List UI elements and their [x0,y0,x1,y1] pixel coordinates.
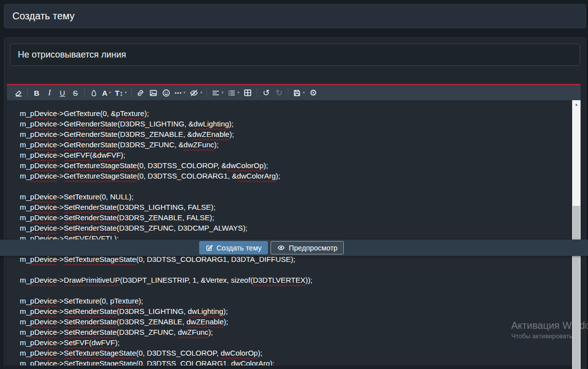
text-color-icon: A [102,89,107,97]
code-line: m_pDevice->SetTexture(0, pTexture); [20,296,567,306]
chevron-down-icon: ▾ [221,91,223,95]
droplet-icon [90,89,98,97]
align-button[interactable]: ▾ [210,85,225,100]
list-icon [227,89,236,97]
code-line: m_pDevice->SetRenderState(D3DRS_ZENABLE,… [20,212,567,223]
more-options-button[interactable]: ••• ▾ [173,85,188,100]
eraser-icon [14,89,23,97]
editor-bottom-edge [4,366,572,369]
page-title: Создать тему [4,4,586,28]
chevron-down-icon: ▾ [125,91,127,95]
chevron-down-icon: ▾ [303,91,305,95]
redo-icon: ↻ [275,89,282,97]
eye-icon [277,244,285,251]
edit-pencil-icon [206,244,213,251]
align-left-icon [212,89,220,97]
remove-format-button[interactable] [12,85,25,100]
code-line: m_pDevice->GetRenderState(D3DRS_LIGHTING… [20,119,567,129]
eye-slash-icon [189,89,199,97]
code-line: m_pDevice->GetTextureStageState(0, D3DTS… [20,171,567,181]
editor-scrollbar[interactable]: ▲ [572,100,581,369]
toolbar-separator [84,88,85,97]
gear-icon: ⚙ [310,89,317,97]
code-line [20,181,567,191]
ellipsis-icon: ••• [175,90,182,96]
strikethrough-icon: S [73,89,78,97]
toolbar-separator [257,88,257,97]
save-draft-button[interactable]: ▾ [291,85,307,100]
underline-button[interactable]: U [56,85,69,100]
action-bar-buttons: Создать тему Предпросмотр [199,240,344,256]
code-line: m_pDevice->SetTexture(0, NULL); [20,191,567,202]
preview-button[interactable]: Предпросмотр [270,241,344,254]
toolbar-separator [27,88,28,97]
code-line: m_pDevice->GetRenderState(D3DRS_ZFUNC, &… [20,139,567,150]
floppy-disk-icon [293,89,301,97]
code-content[interactable]: m_pDevice->GetTexture(0, &pTexture);m_pD… [7,100,572,369]
code-line: m_pDevice->SetFVF(dwFVF); [20,337,567,348]
preview-label: Предпросмотр [289,244,337,252]
code-line: m_pDevice->GetFVF(&dwFVF); [20,150,567,160]
scrollbar-up-button[interactable]: ▲ [572,100,581,109]
create-topic-button[interactable]: Создать тему [199,241,268,254]
insert-image-button[interactable] [147,85,160,100]
insert-table-button[interactable] [241,85,254,100]
image-icon [149,89,158,97]
message-editor[interactable]: m_pDevice->GetTexture(0, &pTexture);m_pD… [7,100,581,369]
code-line: m_pDevice->SetRenderState(D3DRS_LIGHTING… [20,202,567,212]
code-line: m_pDevice->SetRenderState(D3DRS_LIGHTING… [20,306,567,316]
scrollbar-thumb[interactable] [573,206,580,369]
triangle-up-icon: ▲ [575,103,578,106]
bold-icon: B [34,89,40,97]
strikethrough-button[interactable]: S [69,85,82,100]
chevron-down-icon: ▾ [200,91,202,95]
font-size-icon: T↕ [115,89,123,97]
spoiler-button[interactable]: ▾ [187,85,204,100]
chevron-down-icon: ▾ [109,91,111,95]
italic-icon: I [48,89,51,97]
text-color-button[interactable]: A ▾ [100,85,113,100]
chevron-down-icon: ▾ [237,91,239,95]
topic-title-input[interactable] [10,44,580,66]
underline-icon: U [60,89,65,97]
list-button[interactable]: ▾ [225,85,241,100]
code-line: m_pDevice->SetTextureStageState(0, D3DTS… [20,348,567,358]
code-line: m_pDevice->DrawPrimitiveUP(D3DPT_LINESTR… [20,275,567,285]
code-line: m_pDevice->SetRenderState(D3DRS_ZFUNC, d… [20,327,567,337]
smiley-icon [162,89,170,97]
insert-emoticon-button[interactable] [160,85,173,100]
table-icon [243,88,252,97]
undo-button[interactable]: ↺ [260,85,272,100]
code-line: m_pDevice->SetRenderState(D3DRS_ZENABLE,… [20,316,567,327]
page-title-text: Создать тему [12,10,75,22]
bold-button[interactable]: B [30,85,43,100]
code-line: m_pDevice->GetTexture(0, &pTexture); [20,108,567,119]
code-line [20,264,567,275]
code-line: m_pDevice->GetRenderState(D3DRS_ZENABLE,… [20,129,567,139]
font-size-button[interactable]: T↕ ▾ [113,85,129,100]
settings-button[interactable]: ⚙ [307,85,320,100]
chevron-down-icon: ▾ [183,91,185,95]
link-icon [136,89,145,97]
toolbar-separator [207,88,207,97]
code-line: m_pDevice->SetRenderState(D3DRS_ZFUNC, D… [20,223,567,233]
redo-button[interactable]: ↻ [272,85,285,100]
create-topic-label: Создать тему [216,244,262,252]
insert-link-button[interactable] [134,85,147,100]
toolbar-separator [288,88,288,97]
toolbar-separator [131,88,132,97]
italic-button[interactable]: I [43,85,56,100]
code-line [20,285,567,296]
action-bar: Создать тему Предпросмотр [0,240,588,256]
undo-icon: ↺ [263,89,269,97]
highlight-color-button[interactable] [87,85,100,100]
editor-toolbar: B I U S A ▾ T↕ ▾ [7,85,581,100]
code-line: m_pDevice->GetTextureStageState(0, D3DTS… [20,160,567,171]
